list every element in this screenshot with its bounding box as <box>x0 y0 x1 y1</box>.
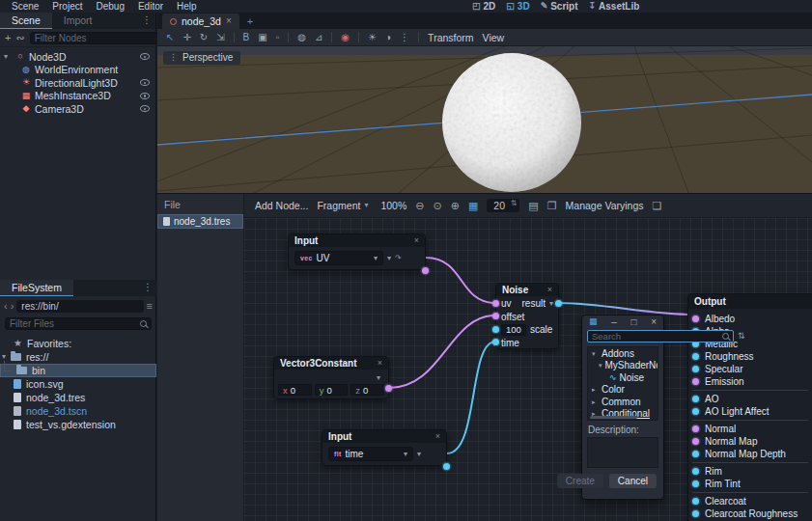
instance-scene-icon[interactable]: ∾ <box>15 33 24 43</box>
horizontal-scrollbar[interactable] <box>590 416 637 419</box>
nav-forward-icon[interactable]: › <box>11 301 14 312</box>
group-icon[interactable]: ▫ <box>276 33 280 42</box>
favorites-item[interactable]: ★ Favorites: <box>0 337 156 350</box>
zoom-in-icon[interactable]: ⊕ <box>451 201 460 211</box>
x-value-field[interactable]: x 0 <box>278 384 312 396</box>
minimize-icon[interactable]: – <box>611 317 617 327</box>
maximize-icon[interactable]: □ <box>630 317 636 327</box>
graph-node-noise[interactable]: Noise × uv result ▾ offset 100 scale <box>495 283 559 349</box>
scale-value-field[interactable]: 100 <box>501 324 526 336</box>
mode-assetlib-button[interactable]: ↧ AssetLib <box>589 1 640 12</box>
close-node-icon[interactable]: × <box>414 236 419 245</box>
dock-menu-icon[interactable]: ⋮ <box>142 14 153 25</box>
tab-import[interactable]: Import <box>52 13 104 29</box>
filesystem-menu-icon[interactable]: ⋮ <box>143 282 154 292</box>
toggle-split-mode-icon[interactable]: ≡ <box>147 301 153 312</box>
close-node-icon[interactable]: × <box>378 359 382 368</box>
varyings-doc-icon[interactable]: ❐ <box>547 201 557 211</box>
sun-settings-icon[interactable]: ☀ <box>368 33 377 42</box>
mode-script-button[interactable]: ✎ Script <box>541 1 578 12</box>
input-port-time[interactable] <box>492 339 499 345</box>
graph-node-input-uv[interactable]: Input × vec UV ▾ ▾ ↷ <box>288 233 426 270</box>
node-title-bar[interactable]: Vector3Constant × <box>274 357 388 370</box>
transform-menu[interactable]: Transform <box>428 32 473 43</box>
menu-scene[interactable]: Scene <box>12 1 39 12</box>
add-node-icon[interactable]: + <box>5 33 11 43</box>
viewport-menu-icon[interactable]: ⋮ <box>400 33 409 42</box>
current-path-field[interactable]: res://bin/ <box>16 300 143 313</box>
port-rim[interactable] <box>692 468 699 475</box>
tree-item-color[interactable]: ▸ Color <box>588 384 658 397</box>
snap-grid-icon[interactable]: ▦ <box>468 201 478 211</box>
visibility-eye-icon[interactable] <box>140 79 150 86</box>
port-normal-map-depth[interactable] <box>692 451 699 457</box>
expand-caret-icon[interactable]: ▸ <box>592 386 599 393</box>
input-port-scale[interactable] <box>492 326 499 333</box>
bin-folder-item[interactable]: bin <box>0 364 156 377</box>
input-source-dropdown[interactable]: flt time ▾ <box>328 447 413 461</box>
visibility-eye-icon[interactable] <box>140 53 150 60</box>
port-normal-map[interactable] <box>692 438 699 445</box>
new-tab-icon[interactable]: + <box>247 16 253 29</box>
cancel-button[interactable]: Cancel <box>609 474 657 488</box>
spinner-icon[interactable]: ⇅ <box>511 200 518 207</box>
use-global-space-icon[interactable]: ◍ <box>297 33 306 42</box>
add-node-button[interactable]: Add Node... <box>255 200 308 211</box>
res-root-item[interactable]: ▾ res:// <box>0 350 156 364</box>
generated-code-icon[interactable]: ❏ <box>653 201 662 211</box>
port-roughness[interactable] <box>692 353 699 360</box>
node-title-bar[interactable]: Input × <box>322 430 446 443</box>
z-value-field[interactable]: z 0 <box>350 384 384 396</box>
lock-icon[interactable]: ▣ <box>258 33 266 42</box>
create-button[interactable]: Create <box>557 474 603 488</box>
sort-icon[interactable]: ⇅ <box>738 332 745 341</box>
output-port-float[interactable] <box>443 463 450 470</box>
scale-tool-icon[interactable]: ⇲ <box>216 33 224 42</box>
node3d-tres-item[interactable]: node_3d.tres <box>0 391 156 404</box>
close-node-icon[interactable]: × <box>547 286 552 294</box>
input-port-offset[interactable] <box>492 313 499 319</box>
output-port-result[interactable] <box>555 300 562 307</box>
node-title-bar[interactable]: Input × <box>289 234 425 247</box>
snap-distance-field[interactable]: 20 ⇅ <box>487 199 519 212</box>
port-clearcoat[interactable] <box>692 498 699 505</box>
tree-item-addons[interactable]: ▾ Addons <box>588 347 658 360</box>
close-tab-icon[interactable]: × <box>226 16 232 26</box>
move-tool-icon[interactable]: ✛ <box>182 33 190 42</box>
tree-item-noise[interactable]: ∿ Noise <box>588 371 658 384</box>
tree-node-meshinstance3d[interactable]: ▦ MeshInstance3D <box>0 90 155 103</box>
expand-caret-icon[interactable]: ▸ <box>592 398 599 405</box>
port-specular[interactable] <box>692 366 699 372</box>
port-expand-icon[interactable]: ▾ <box>549 300 553 308</box>
port-ao-light-affect[interactable] <box>692 408 699 415</box>
tree-node-worldenvironment[interactable]: ◍ WorldEnvironment <box>0 64 155 77</box>
mode-2d-button[interactable]: ◰ 2D <box>472 1 495 12</box>
port-normal[interactable] <box>692 425 699 432</box>
icon-svg-item[interactable]: icon.svg <box>0 377 156 391</box>
select-box-icon[interactable]: B <box>243 33 250 42</box>
port-albedo[interactable] <box>692 315 699 322</box>
environment-settings-icon[interactable]: ◑ <box>385 33 391 42</box>
tree-item-myshadernodes[interactable]: ▾ MyShaderNodes <box>588 360 658 372</box>
chevron-down-icon[interactable]: ▾ <box>417 451 421 458</box>
collapse-caret-icon[interactable]: ▾ <box>4 53 12 61</box>
output-port-vec3[interactable] <box>385 385 392 392</box>
tab-filesystem[interactable]: FileSystem <box>0 280 73 296</box>
filter-nodes-input[interactable] <box>35 33 162 43</box>
visibility-eye-icon[interactable] <box>140 105 150 112</box>
shader-graph-canvas[interactable]: Input × vec UV ▾ ▾ ↷ Noise <box>244 218 812 521</box>
port-rim-tint[interactable] <box>692 480 699 487</box>
nav-back-icon[interactable]: ‹ <box>4 301 8 312</box>
camera-preview-icon[interactable]: ◉ <box>341 33 350 42</box>
mode-3d-button[interactable]: ◱ 3D <box>506 1 529 12</box>
port-expand-icon[interactable]: ▾ <box>377 374 380 382</box>
port-ao[interactable] <box>692 396 699 402</box>
node3d-tscn-item[interactable]: node_3d.tscn <box>0 404 156 418</box>
menu-help[interactable]: Help <box>177 1 197 12</box>
perspective-menu[interactable]: ⋮ Perspective <box>163 51 240 65</box>
graph-node-output[interactable]: Output Albedo Alpha Metallic Roughness S… <box>687 293 812 521</box>
tree-node-camera3d[interactable]: ◆ Camera3D <box>0 102 155 116</box>
port-emission[interactable] <box>692 378 699 385</box>
collapse-caret-icon[interactable]: ▾ <box>592 350 599 357</box>
filter-files-input[interactable] <box>10 318 137 329</box>
